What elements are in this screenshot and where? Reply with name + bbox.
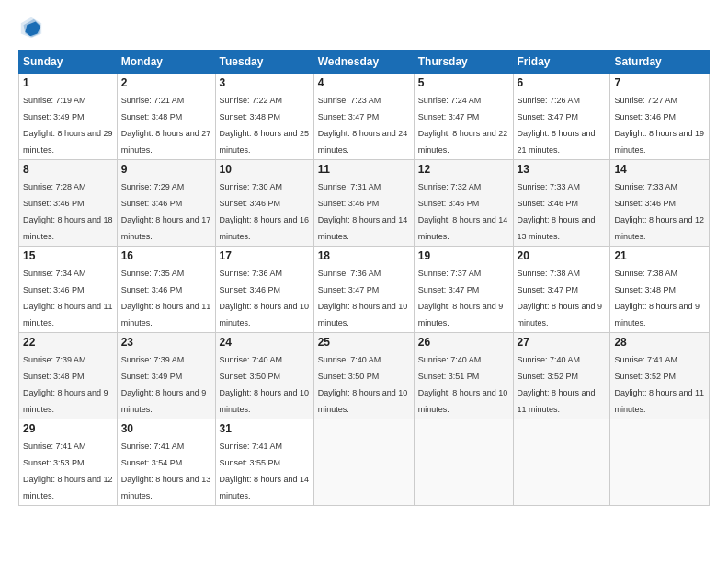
day-info: Sunrise: 7:33 AMSunset: 3:46 PMDaylight:…	[518, 182, 596, 241]
day-info: Sunrise: 7:41 AMSunset: 3:52 PMDaylight:…	[614, 355, 704, 414]
calendar-cell: 21 Sunrise: 7:38 AMSunset: 3:48 PMDaylig…	[610, 247, 710, 333]
weekday-header-row: SundayMondayTuesdayWednesdayThursdayFrid…	[19, 51, 710, 74]
day-info: Sunrise: 7:22 AMSunset: 3:48 PMDaylight:…	[220, 96, 310, 155]
day-number: 27	[518, 336, 607, 349]
day-info: Sunrise: 7:36 AMSunset: 3:46 PMDaylight:…	[220, 269, 310, 327]
day-number: 18	[318, 249, 410, 262]
logo-icon	[18, 15, 44, 40]
day-info: Sunrise: 7:30 AMSunset: 3:46 PMDaylight:…	[220, 182, 310, 241]
day-info: Sunrise: 7:29 AMSunset: 3:46 PMDaylight:…	[121, 182, 211, 241]
day-number: 13	[518, 163, 607, 176]
day-info: Sunrise: 7:19 AMSunset: 3:49 PMDaylight:…	[23, 96, 113, 155]
day-number: 31	[220, 422, 310, 435]
day-info: Sunrise: 7:40 AMSunset: 3:50 PMDaylight:…	[220, 355, 310, 414]
calendar-cell: 11 Sunrise: 7:31 AMSunset: 3:46 PMDaylig…	[313, 160, 414, 247]
page: SundayMondayTuesdayWednesdayThursdayFrid…	[0, 0, 728, 563]
day-number: 23	[121, 336, 211, 349]
weekday-header-sunday: Sunday	[19, 51, 118, 74]
calendar-cell: 22 Sunrise: 7:39 AMSunset: 3:48 PMDaylig…	[19, 333, 118, 419]
day-info: Sunrise: 7:41 AMSunset: 3:54 PMDaylight:…	[121, 442, 211, 500]
calendar-cell: 24 Sunrise: 7:40 AMSunset: 3:50 PMDaylig…	[215, 333, 313, 419]
calendar-cell: 19 Sunrise: 7:37 AMSunset: 3:47 PMDaylig…	[414, 247, 513, 333]
day-info: Sunrise: 7:40 AMSunset: 3:52 PMDaylight:…	[518, 355, 596, 414]
calendar-cell: 29 Sunrise: 7:41 AMSunset: 3:53 PMDaylig…	[19, 419, 118, 506]
calendar-cell	[513, 419, 610, 506]
day-info: Sunrise: 7:27 AMSunset: 3:46 PMDaylight:…	[614, 96, 704, 155]
calendar-cell: 10 Sunrise: 7:30 AMSunset: 3:46 PMDaylig…	[215, 160, 313, 247]
day-info: Sunrise: 7:32 AMSunset: 3:46 PMDaylight:…	[418, 182, 508, 241]
calendar-cell: 23 Sunrise: 7:39 AMSunset: 3:49 PMDaylig…	[117, 333, 215, 419]
day-info: Sunrise: 7:39 AMSunset: 3:48 PMDaylight:…	[23, 355, 108, 414]
day-number: 24	[220, 336, 310, 349]
day-info: Sunrise: 7:36 AMSunset: 3:47 PMDaylight:…	[318, 269, 408, 327]
day-number: 25	[318, 336, 410, 349]
day-number: 26	[418, 336, 509, 349]
day-number: 28	[614, 336, 705, 349]
day-number: 21	[614, 249, 705, 262]
weekday-header-friday: Friday	[513, 51, 610, 74]
calendar-cell: 16 Sunrise: 7:35 AMSunset: 3:46 PMDaylig…	[117, 247, 215, 333]
day-number: 17	[220, 249, 310, 262]
day-number: 15	[23, 249, 113, 262]
calendar-cell	[610, 419, 710, 506]
day-info: Sunrise: 7:40 AMSunset: 3:50 PMDaylight:…	[318, 355, 408, 414]
calendar-week-5: 29 Sunrise: 7:41 AMSunset: 3:53 PMDaylig…	[19, 419, 710, 506]
calendar-cell: 27 Sunrise: 7:40 AMSunset: 3:52 PMDaylig…	[513, 333, 610, 419]
calendar-cell: 17 Sunrise: 7:36 AMSunset: 3:46 PMDaylig…	[215, 247, 313, 333]
calendar-cell: 1 Sunrise: 7:19 AMSunset: 3:49 PMDayligh…	[19, 74, 118, 160]
calendar-cell: 6 Sunrise: 7:26 AMSunset: 3:47 PMDayligh…	[513, 74, 610, 160]
calendar-cell: 28 Sunrise: 7:41 AMSunset: 3:52 PMDaylig…	[610, 333, 710, 419]
day-info: Sunrise: 7:38 AMSunset: 3:48 PMDaylight:…	[614, 269, 700, 327]
day-info: Sunrise: 7:28 AMSunset: 3:46 PMDaylight:…	[23, 182, 113, 241]
day-info: Sunrise: 7:31 AMSunset: 3:46 PMDaylight:…	[318, 182, 408, 241]
day-info: Sunrise: 7:40 AMSunset: 3:51 PMDaylight:…	[418, 355, 508, 414]
day-number: 12	[418, 163, 509, 176]
calendar-cell: 3 Sunrise: 7:22 AMSunset: 3:48 PMDayligh…	[215, 74, 313, 160]
weekday-header-wednesday: Wednesday	[313, 51, 414, 74]
day-number: 30	[121, 422, 211, 435]
day-info: Sunrise: 7:41 AMSunset: 3:53 PMDaylight:…	[23, 442, 113, 500]
calendar-cell: 20 Sunrise: 7:38 AMSunset: 3:47 PMDaylig…	[513, 247, 610, 333]
weekday-header-monday: Monday	[117, 51, 215, 74]
calendar-cell: 15 Sunrise: 7:34 AMSunset: 3:46 PMDaylig…	[19, 247, 118, 333]
day-number: 2	[121, 76, 211, 89]
day-info: Sunrise: 7:33 AMSunset: 3:46 PMDaylight:…	[614, 182, 704, 241]
weekday-header-thursday: Thursday	[414, 51, 513, 74]
calendar-cell: 4 Sunrise: 7:23 AMSunset: 3:47 PMDayligh…	[313, 74, 414, 160]
header	[18, 15, 710, 40]
day-info: Sunrise: 7:21 AMSunset: 3:48 PMDaylight:…	[121, 96, 211, 155]
day-number: 3	[220, 76, 310, 89]
day-number: 1	[23, 76, 113, 89]
calendar-cell: 26 Sunrise: 7:40 AMSunset: 3:51 PMDaylig…	[414, 333, 513, 419]
day-info: Sunrise: 7:37 AMSunset: 3:47 PMDaylight:…	[418, 269, 504, 327]
calendar-cell: 5 Sunrise: 7:24 AMSunset: 3:47 PMDayligh…	[414, 74, 513, 160]
day-info: Sunrise: 7:23 AMSunset: 3:47 PMDaylight:…	[318, 96, 408, 155]
calendar-cell: 8 Sunrise: 7:28 AMSunset: 3:46 PMDayligh…	[19, 160, 118, 247]
calendar-cell	[313, 419, 414, 506]
calendar-cell: 13 Sunrise: 7:33 AMSunset: 3:46 PMDaylig…	[513, 160, 610, 247]
weekday-header-saturday: Saturday	[610, 51, 710, 74]
calendar-cell: 31 Sunrise: 7:41 AMSunset: 3:55 PMDaylig…	[215, 419, 313, 506]
day-info: Sunrise: 7:26 AMSunset: 3:47 PMDaylight:…	[518, 96, 596, 155]
calendar-week-3: 15 Sunrise: 7:34 AMSunset: 3:46 PMDaylig…	[19, 247, 710, 333]
calendar-week-2: 8 Sunrise: 7:28 AMSunset: 3:46 PMDayligh…	[19, 160, 710, 247]
calendar-cell: 14 Sunrise: 7:33 AMSunset: 3:46 PMDaylig…	[610, 160, 710, 247]
day-number: 22	[23, 336, 113, 349]
calendar-cell: 18 Sunrise: 7:36 AMSunset: 3:47 PMDaylig…	[313, 247, 414, 333]
day-info: Sunrise: 7:24 AMSunset: 3:47 PMDaylight:…	[418, 96, 508, 155]
day-info: Sunrise: 7:35 AMSunset: 3:46 PMDaylight:…	[121, 269, 211, 327]
day-info: Sunrise: 7:41 AMSunset: 3:55 PMDaylight:…	[220, 442, 310, 500]
day-number: 9	[121, 163, 211, 176]
calendar-cell: 25 Sunrise: 7:40 AMSunset: 3:50 PMDaylig…	[313, 333, 414, 419]
weekday-header-tuesday: Tuesday	[215, 51, 313, 74]
day-number: 11	[318, 163, 410, 176]
calendar-cell	[414, 419, 513, 506]
day-info: Sunrise: 7:34 AMSunset: 3:46 PMDaylight:…	[23, 269, 113, 327]
day-number: 8	[23, 163, 113, 176]
day-number: 14	[614, 163, 705, 176]
day-number: 4	[318, 76, 410, 89]
calendar-cell: 7 Sunrise: 7:27 AMSunset: 3:46 PMDayligh…	[610, 74, 710, 160]
day-info: Sunrise: 7:39 AMSunset: 3:49 PMDaylight:…	[121, 355, 207, 414]
day-number: 20	[518, 249, 607, 262]
logo	[18, 15, 48, 40]
